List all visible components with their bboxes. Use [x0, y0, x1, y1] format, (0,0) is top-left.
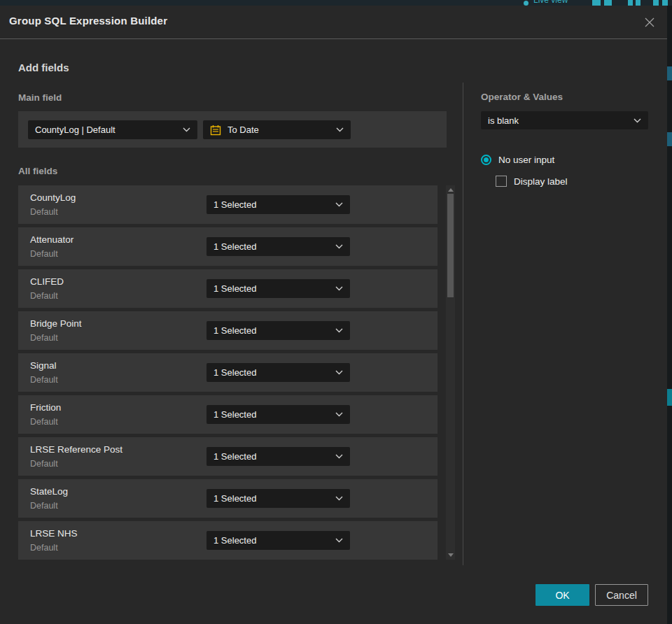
ok-button[interactable]: OK [536, 584, 589, 606]
add-fields-heading: Add fields [18, 62, 69, 73]
field-sublabel: Default [30, 291, 58, 301]
operator-values-heading: Operator & Values [481, 92, 563, 102]
field-sublabel: Default [30, 417, 58, 427]
dialog-titlebar: Group SQL Expression Builder [0, 6, 667, 39]
chevron-down-icon [634, 118, 641, 123]
background-fragment [667, 132, 672, 146]
field-name: LRSE NHS [30, 528, 78, 539]
background-top-strip: Live view [0, 0, 672, 6]
toolbar-fragment [653, 0, 659, 6]
field-selection-value: 1 Selected [214, 535, 331, 546]
field-selection-dropdown[interactable]: 1 Selected [206, 489, 350, 508]
close-button[interactable] [642, 15, 657, 30]
field-type-dropdown-value: To Date [227, 125, 332, 135]
scrollbar-thumb[interactable] [447, 194, 454, 297]
field-selection-dropdown[interactable]: 1 Selected [206, 237, 350, 256]
chevron-down-icon [335, 202, 343, 207]
field-selection-dropdown[interactable]: 1 Selected [206, 363, 350, 382]
field-selection-dropdown[interactable]: 1 Selected [206, 279, 350, 298]
field-row: Signal Default 1 Selected [18, 353, 438, 392]
field-sublabel: Default [30, 543, 58, 553]
toolbar-fragment [636, 0, 640, 6]
background-right-strip [667, 6, 672, 624]
no-user-input-radio[interactable]: No user input [481, 155, 554, 165]
field-sublabel: Default [30, 459, 58, 469]
chevron-down-icon [335, 412, 343, 417]
background-fragment [667, 66, 672, 80]
main-field-container: CountyLog | Default To Date [18, 111, 447, 148]
live-view-label: Live view [533, 0, 568, 5]
chevron-down-icon [335, 286, 343, 291]
operator-dropdown[interactable]: is blank [481, 111, 648, 129]
field-selection-value: 1 Selected [214, 367, 331, 378]
field-selection-value: 1 Selected [214, 199, 331, 210]
radio-selected-icon [481, 155, 491, 165]
panel-divider [463, 83, 463, 565]
field-sublabel: Default [30, 207, 58, 217]
field-sublabel: Default [30, 333, 58, 343]
field-type-dropdown[interactable]: To Date [203, 120, 351, 139]
field-name: LRSE Reference Post [30, 444, 122, 455]
main-field-dropdown-value: CountyLog | Default [35, 125, 178, 135]
checkbox-unchecked-icon [496, 176, 507, 187]
toolbar-fragment [604, 0, 612, 6]
group-sql-expression-builder-dialog: Group SQL Expression Builder Add fields … [0, 6, 667, 624]
field-row: Bridge Point Default 1 Selected [18, 311, 438, 350]
field-sublabel: Default [30, 249, 58, 259]
field-name: Bridge Point [30, 318, 82, 329]
field-selection-value: 1 Selected [214, 409, 331, 420]
field-name: Friction [30, 402, 61, 413]
field-name: CountyLog [30, 192, 76, 203]
field-selection-dropdown[interactable]: 1 Selected [206, 195, 350, 214]
field-row: LRSE NHS Default 1 Selected [18, 521, 438, 560]
field-selection-dropdown[interactable]: 1 Selected [206, 405, 350, 424]
chevron-down-icon [335, 370, 343, 375]
main-field-dropdown[interactable]: CountyLog | Default [28, 120, 197, 139]
field-sublabel: Default [30, 375, 58, 385]
toolbar-fragment [628, 0, 633, 6]
operator-dropdown-value: is blank [488, 115, 629, 126]
field-row: CountyLog Default 1 Selected [18, 185, 438, 224]
field-selection-dropdown[interactable]: 1 Selected [206, 531, 350, 550]
chevron-down-icon [335, 454, 343, 459]
chevron-down-icon [335, 496, 343, 501]
field-row: Attenuator Default 1 Selected [18, 227, 438, 266]
field-name: Attenuator [30, 234, 74, 245]
chevron-down-icon [335, 328, 343, 333]
toolbar-fragment [592, 0, 601, 6]
field-selection-dropdown[interactable]: 1 Selected [206, 321, 350, 340]
cancel-button[interactable]: Cancel [595, 584, 648, 606]
field-name: CLIFED [30, 276, 64, 287]
close-icon [643, 16, 656, 29]
live-view-dot-icon [524, 1, 528, 6]
field-selection-dropdown[interactable]: 1 Selected [206, 447, 350, 466]
display-label-label: Display label [514, 176, 568, 187]
field-row: StateLog Default 1 Selected [18, 479, 438, 518]
field-selection-value: 1 Selected [214, 325, 331, 336]
no-user-input-label: No user input [498, 155, 554, 165]
field-name: Signal [30, 360, 57, 371]
list-scrollbar[interactable] [446, 185, 455, 560]
field-row: CLIFED Default 1 Selected [18, 269, 438, 308]
field-name: StateLog [30, 486, 68, 497]
all-fields-label: All fields [18, 166, 57, 176]
toolbar-fragment [662, 0, 668, 6]
dialog-title: Group SQL Expression Builder [9, 15, 167, 27]
field-row: LRSE Reference Post Default 1 Selected [18, 437, 438, 476]
field-sublabel: Default [30, 501, 58, 511]
field-selection-value: 1 Selected [214, 283, 331, 294]
field-row: Friction Default 1 Selected [18, 395, 438, 434]
scrollbar-down-arrow-icon[interactable] [448, 553, 454, 557]
scrollbar-up-arrow-icon[interactable] [448, 188, 454, 192]
chevron-down-icon [336, 127, 344, 132]
all-fields-list: CountyLog Default 1 Selected Attenuator … [18, 185, 438, 563]
chevron-down-icon [183, 127, 190, 132]
main-field-label: Main field [18, 92, 62, 103]
field-selection-value: 1 Selected [214, 493, 331, 504]
chevron-down-icon [335, 538, 343, 543]
display-label-checkbox[interactable]: Display label [496, 176, 568, 187]
calendar-icon [210, 125, 221, 136]
background-fragment [667, 389, 672, 406]
field-selection-value: 1 Selected [214, 451, 331, 462]
chevron-down-icon [335, 244, 343, 249]
